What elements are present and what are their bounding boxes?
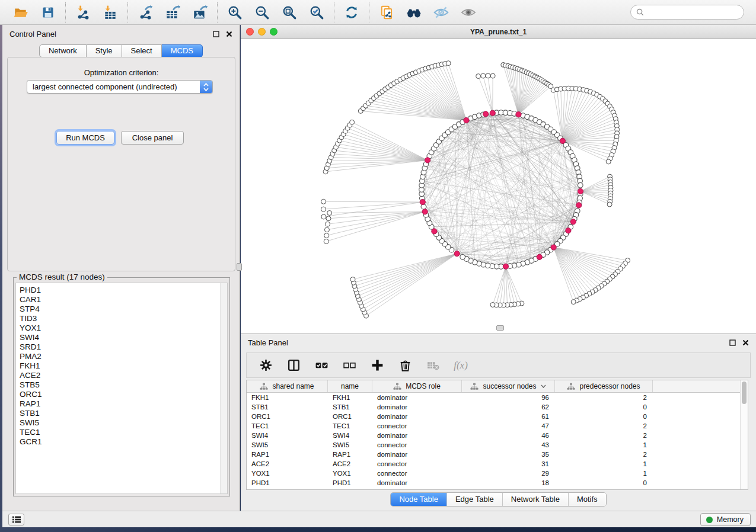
table-scrollbar[interactable] (740, 380, 748, 489)
table-row[interactable]: SWI4SWI4dominator462 (247, 431, 748, 440)
tab-motifs[interactable]: Motifs (568, 493, 606, 506)
search-field[interactable] (630, 5, 744, 20)
table-row[interactable]: FKH1FKH1dominator962 (247, 393, 748, 402)
mcds-result-node[interactable]: STB5 (20, 380, 227, 390)
save-session-button[interactable] (39, 4, 57, 21)
delete-rows-button[interactable] (397, 358, 413, 373)
mcds-result-node[interactable]: SRD1 (20, 342, 227, 352)
export-image-button[interactable] (191, 4, 209, 21)
memory-button[interactable]: Memory (700, 513, 751, 526)
run-mcds-button[interactable]: Run MCDS (56, 131, 114, 145)
zoom-fit-button[interactable] (280, 4, 298, 21)
window-minimize-icon[interactable] (258, 28, 266, 36)
table-row[interactable]: STB1STB1dominator620 (247, 402, 748, 412)
hide-selected-button[interactable] (432, 4, 450, 21)
tab-style[interactable]: Style (87, 44, 122, 57)
mcds-result-node[interactable]: ORC1 (20, 390, 227, 399)
column-header-predecessor-nodes[interactable]: predecessor nodes (555, 380, 653, 392)
select-all-button[interactable] (314, 358, 329, 373)
column-header-shared-name[interactable]: shared name (247, 380, 328, 392)
mcds-result-node[interactable]: ACE2 (20, 371, 227, 380)
cell-mcds_role: dominator (372, 403, 462, 411)
mcds-result-node[interactable]: PHD1 (20, 286, 227, 295)
mcds-result-node[interactable]: TID3 (20, 314, 227, 323)
tab-node-table[interactable]: Node Table (391, 493, 446, 506)
window-close-icon[interactable] (246, 28, 254, 36)
network-canvas[interactable] (241, 39, 756, 334)
search-network-button[interactable] (405, 4, 423, 21)
settings-icon (259, 358, 273, 372)
table-row[interactable]: PHD1PHD1dominator180 (247, 478, 748, 488)
table-row[interactable]: SWI5SWI5connector431 (247, 440, 748, 450)
cell-predecessor_nodes: 1 (555, 470, 653, 477)
open-file-button[interactable] (12, 4, 30, 21)
tab-select[interactable]: Select (122, 44, 162, 57)
mcds-result-node[interactable]: YOX1 (20, 323, 227, 333)
horizontal-splitter-handle[interactable] (496, 325, 504, 331)
close-panel-icon[interactable] (226, 31, 232, 37)
zoom-selected-button[interactable] (308, 4, 326, 21)
delete-table-button (425, 358, 441, 373)
table-row[interactable]: TEC1TEC1connector472 (247, 421, 748, 431)
column-label: successor nodes (483, 382, 536, 390)
show-all-button[interactable] (460, 4, 477, 21)
task-history-button[interactable] (8, 514, 24, 525)
result-scrollbar[interactable] (220, 283, 227, 493)
tab-edge-table[interactable]: Edge Table (446, 493, 502, 506)
tab-mcds[interactable]: MCDS (162, 44, 203, 57)
add-row-button[interactable] (369, 358, 385, 373)
cell-predecessor_nodes: 2 (555, 432, 653, 439)
mcds-result-node[interactable]: STB1 (20, 409, 227, 418)
mcds-result-list[interactable]: PHD1CAR1STP4TID3YOX1SWI4SRD1PMA2FKH1ACE2… (15, 283, 228, 494)
tab-network[interactable]: Network (39, 44, 87, 57)
criterion-dropdown[interactable]: largest connected component (undirected) (27, 80, 213, 94)
float-table-panel-icon[interactable] (729, 339, 736, 346)
network-graph[interactable] (241, 39, 756, 334)
close-panel-button[interactable]: Close panel (121, 131, 184, 145)
search-area (630, 5, 752, 20)
table-row[interactable]: RAP1RAP1dominator352 (247, 450, 748, 459)
mcds-result-node[interactable]: RAP1 (20, 399, 227, 409)
import-table-button[interactable] (101, 4, 119, 21)
search-input[interactable] (647, 8, 736, 17)
mcds-result-node[interactable]: FKH1 (20, 361, 227, 371)
cell-successor_nodes: 18 (462, 479, 555, 486)
show-columns-icon (287, 358, 301, 372)
delete-rows-icon (398, 358, 412, 372)
table-row[interactable]: ACE2ACE2connector311 (247, 459, 748, 469)
show-columns-button[interactable] (286, 358, 301, 373)
tab-network-table[interactable]: Network Table (502, 493, 568, 506)
mcds-result-node[interactable]: STP4 (20, 305, 227, 314)
column-header-name[interactable]: name (328, 380, 372, 392)
table-scrollbar-thumb[interactable] (742, 382, 747, 404)
export-network-button[interactable] (136, 4, 154, 21)
refresh-view-button[interactable] (343, 4, 361, 21)
cell-predecessor_nodes: 2 (555, 451, 653, 458)
mcds-result-node[interactable]: CAR1 (20, 295, 227, 305)
zoom-in-button[interactable] (226, 4, 244, 21)
mcds-result-node[interactable]: PMA2 (20, 352, 227, 361)
float-panel-icon[interactable] (213, 31, 219, 37)
mcds-result-node[interactable]: SWI4 (20, 333, 227, 342)
window-zoom-icon[interactable] (270, 28, 277, 36)
table-row[interactable]: YOX1YOX1connector291 (247, 469, 748, 478)
mcds-result-node[interactable]: GCR1 (20, 437, 227, 447)
column-header-successor-nodes[interactable]: successor nodes (462, 380, 555, 392)
deselect-all-button[interactable] (342, 358, 357, 373)
vertical-splitter-handle[interactable] (237, 263, 242, 271)
column-header-MCDS-role[interactable]: MCDS role (372, 380, 462, 392)
control-panel: Control Panel NetworkStyleSelectMCDS Opt… (2, 25, 240, 511)
network-window-titlebar[interactable]: YPA_prune.txt_1 (241, 25, 756, 39)
settings-button[interactable] (258, 358, 273, 373)
cell-mcds_role: dominator (372, 413, 462, 420)
cell-predecessor_nodes: 0 (555, 413, 653, 420)
cell-mcds_role: connector (372, 422, 462, 430)
table-row[interactable]: ORC1ORC1dominator610 (247, 412, 748, 421)
close-table-panel-icon[interactable] (742, 339, 749, 346)
import-network-button[interactable] (74, 4, 92, 21)
mcds-result-node[interactable]: SWI5 (20, 418, 227, 428)
export-table-button[interactable] (164, 4, 181, 21)
mcds-result-node[interactable]: TEC1 (20, 428, 227, 437)
zoom-out-button[interactable] (253, 4, 271, 21)
clone-network-button[interactable] (378, 4, 395, 21)
